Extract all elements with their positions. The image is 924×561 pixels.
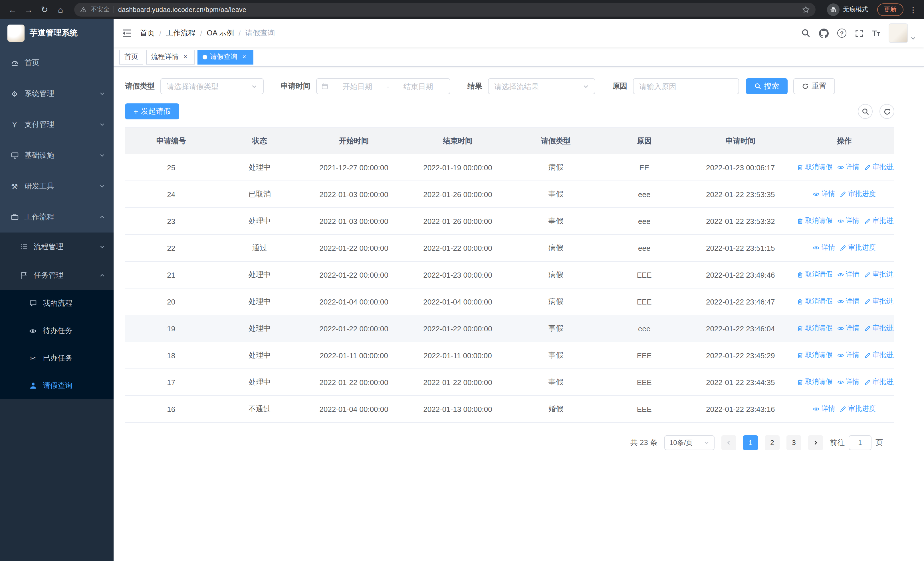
start-date-input[interactable] <box>330 82 384 90</box>
detail-button[interactable]: 详情 <box>813 243 835 253</box>
tab-process-detail[interactable]: 流程详情 × <box>146 50 195 64</box>
sidebar-item-workflow[interactable]: 工作流程 <box>0 202 114 233</box>
sidebar-item-infrastructure[interactable]: 基础设施 <box>0 140 114 171</box>
tab-leave-query[interactable]: 请假查询 × <box>198 50 254 64</box>
help-icon[interactable]: ? <box>837 29 846 38</box>
leave-type-select-input[interactable] <box>166 82 248 90</box>
cell-status: 处理中 <box>218 288 302 315</box>
approval-progress-button[interactable]: 审批进度 <box>864 216 894 226</box>
approval-progress-button[interactable]: 审批进度 <box>840 190 876 199</box>
cancel-leave-button[interactable]: 取消请假 <box>796 323 832 333</box>
apply-time-range-picker[interactable]: - <box>316 78 450 94</box>
detail-button[interactable]: 详情 <box>837 323 859 333</box>
browser-back-button[interactable]: ← <box>6 3 20 16</box>
cancel-leave-button[interactable]: 取消请假 <box>796 350 832 360</box>
table-row: 23 处理中 2022-01-03 00:00:00 2022-01-26 00… <box>125 208 894 235</box>
user-menu[interactable] <box>889 23 916 43</box>
address-bar[interactable]: 不安全 dashboard.yudao.iocoder.cn/bpm/oa/le… <box>74 3 816 16</box>
cancel-leave-button[interactable]: 取消请假 <box>796 216 832 226</box>
browser-menu-icon[interactable]: ⋮ <box>908 5 918 14</box>
goto-label: 前往 <box>830 438 844 448</box>
font-size-icon[interactable]: TT <box>872 29 880 38</box>
detail-button[interactable]: 详情 <box>837 270 859 280</box>
sidebar-item-done-tasks[interactable]: ✂ 已办任务 <box>0 344 114 372</box>
cell-status: 已取消 <box>218 181 302 208</box>
goto-page-input[interactable] <box>849 435 872 450</box>
reason-input[interactable] <box>639 82 733 90</box>
breadcrumb-home[interactable]: 首页 <box>140 28 154 38</box>
sidebar-collapse-icon[interactable] <box>114 19 140 47</box>
browser-home-button[interactable]: ⌂ <box>54 3 68 16</box>
cancel-leave-button[interactable]: 取消请假 <box>796 297 832 307</box>
toggle-search-button[interactable] <box>858 104 873 119</box>
sidebar-item-todo-tasks[interactable]: 待办任务 <box>0 317 114 344</box>
approval-progress-button[interactable]: 审批进度 <box>840 243 876 253</box>
end-date-input[interactable] <box>391 82 445 90</box>
next-page-button[interactable] <box>808 435 823 450</box>
page-button-3[interactable]: 3 <box>786 435 801 450</box>
plus-icon: + <box>134 107 138 116</box>
fullscreen-icon[interactable] <box>855 29 864 38</box>
sidebar-item-task-management[interactable]: 任务管理 <box>0 261 114 290</box>
sidebar-item-leave-query[interactable]: 请假查询 <box>0 372 114 399</box>
sidebar-item-payment[interactable]: ¥ 支付管理 <box>0 109 114 140</box>
cell-id: 21 <box>125 261 218 288</box>
page-size-select[interactable]: 10条/页 <box>664 435 714 450</box>
cell-start: 2022-01-03 00:00:00 <box>302 181 406 208</box>
page-button-2[interactable]: 2 <box>765 435 780 450</box>
close-tab-icon[interactable]: × <box>240 53 248 61</box>
sidebar-item-my-processes[interactable]: 我的流程 <box>0 290 114 317</box>
result-select-input[interactable] <box>494 82 579 90</box>
approval-progress-button[interactable]: 审批进度 <box>864 378 894 387</box>
browser-forward-button[interactable]: → <box>22 3 35 16</box>
sidebar-item-home[interactable]: 首页 <box>0 47 114 78</box>
search-button[interactable]: 搜索 <box>746 78 788 94</box>
col-applied: 申请时间 <box>687 128 794 154</box>
create-leave-button[interactable]: + 发起请假 <box>125 104 179 119</box>
leave-type-select[interactable] <box>160 78 264 94</box>
browser-update-button[interactable]: 更新 <box>877 3 903 16</box>
detail-button[interactable]: 详情 <box>837 297 859 307</box>
sidebar-item-process-management[interactable]: 流程管理 <box>0 233 114 261</box>
approval-progress-button[interactable]: 审批进度 <box>864 162 894 172</box>
cell-start: 2022-01-04 00:00:00 <box>302 288 406 315</box>
approval-progress-button[interactable]: 审批进度 <box>864 270 894 280</box>
person-icon <box>28 382 38 390</box>
detail-button[interactable]: 详情 <box>813 404 835 414</box>
approval-progress-button[interactable]: 审批进度 <box>864 323 894 333</box>
sidebar-item-devtools[interactable]: ⚒ 研发工具 <box>0 171 114 202</box>
tab-home[interactable]: 首页 <box>119 50 143 64</box>
url-text[interactable]: dashboard.yudao.iocoder.cn/bpm/oa/leave <box>118 6 246 13</box>
detail-button[interactable]: 详情 <box>837 216 859 226</box>
page-button-1[interactable]: 1 <box>743 435 758 450</box>
detail-button[interactable]: 详情 <box>813 190 835 199</box>
approval-progress-button[interactable]: 审批进度 <box>864 297 894 307</box>
cell-applied: 2022-01-22 23:51:15 <box>687 235 794 261</box>
cell-type: 病假 <box>510 235 602 261</box>
col-start: 开始时间 <box>302 128 406 154</box>
approval-progress-button[interactable]: 审批进度 <box>864 350 894 360</box>
header-search-icon[interactable] <box>801 29 810 38</box>
sidebar-logo[interactable]: 芋道管理系统 <box>0 19 114 47</box>
cancel-leave-button[interactable]: 取消请假 <box>796 378 832 387</box>
refresh-table-button[interactable] <box>879 104 894 119</box>
cell-end: 2022-01-13 00:00:00 <box>406 396 510 423</box>
cancel-leave-button[interactable]: 取消请假 <box>796 270 832 280</box>
browser-reload-button[interactable]: ↻ <box>38 3 51 16</box>
sidebar-item-system[interactable]: ⚙ 系统管理 <box>0 78 114 109</box>
bookmark-star-icon[interactable] <box>802 5 810 14</box>
table-toolbar: + 发起请假 <box>125 104 913 119</box>
detail-button[interactable]: 详情 <box>837 378 859 387</box>
cancel-leave-button[interactable]: 取消请假 <box>796 162 832 172</box>
close-tab-icon[interactable]: × <box>182 53 189 61</box>
reason-input-box[interactable] <box>633 78 739 94</box>
tools-icon: ⚒ <box>10 182 20 191</box>
github-icon[interactable] <box>819 28 829 38</box>
detail-button[interactable]: 详情 <box>837 162 859 172</box>
cell-type: 事假 <box>510 342 602 369</box>
prev-page-button[interactable] <box>722 435 736 450</box>
approval-progress-button[interactable]: 审批进度 <box>840 404 876 414</box>
detail-button[interactable]: 详情 <box>837 350 859 360</box>
result-select[interactable] <box>488 78 595 94</box>
reset-button[interactable]: 重置 <box>793 78 835 94</box>
